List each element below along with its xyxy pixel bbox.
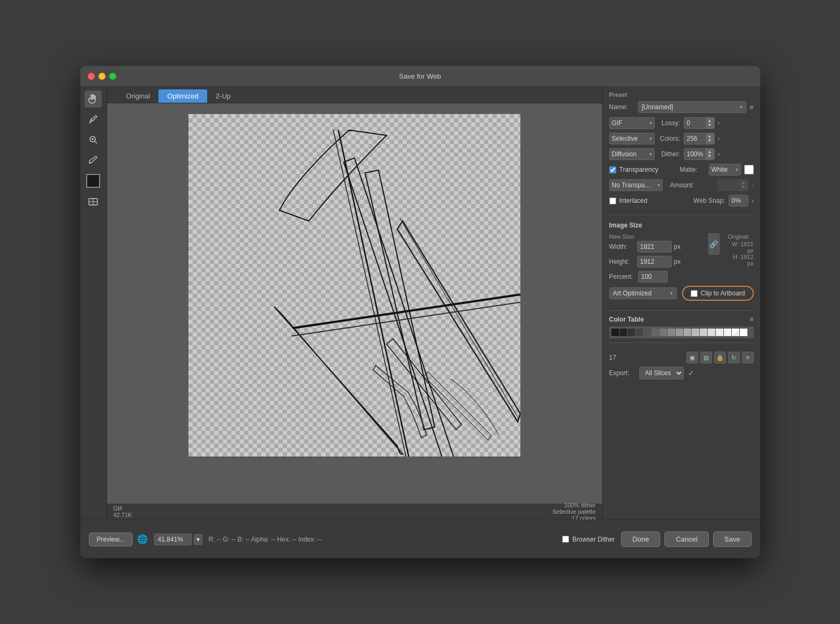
matte-color-swatch[interactable] xyxy=(744,165,754,174)
matte-label: Matte: xyxy=(680,166,706,173)
interlaced-checkbox[interactable] xyxy=(609,197,616,204)
preset-section-label: Preset xyxy=(609,92,754,98)
name-chevron[interactable]: ▾ xyxy=(740,105,743,110)
lossy-arrow[interactable]: › xyxy=(718,119,720,127)
export-btn-2[interactable]: ▤ xyxy=(700,352,712,363)
cancel-button[interactable]: Cancel xyxy=(664,531,708,547)
main-window: Save for Web xyxy=(80,66,760,558)
export-btn-1[interactable]: ▣ xyxy=(686,352,698,363)
swatch-17[interactable] xyxy=(740,329,747,336)
tab-original[interactable]: Original xyxy=(118,89,159,103)
original-h: H: 1912 px xyxy=(728,254,754,267)
swatch-9[interactable] xyxy=(676,329,683,336)
swatch-5[interactable] xyxy=(644,329,651,336)
swatch-1[interactable] xyxy=(611,329,619,336)
svg-line-10 xyxy=(400,218,519,419)
zoom-dropdown-arrow[interactable]: ▾ xyxy=(194,534,202,545)
canvas-scroll[interactable] xyxy=(107,103,602,504)
lossy-input[interactable] xyxy=(684,118,706,128)
dither-down[interactable]: ▼ xyxy=(708,154,712,158)
preview-button[interactable]: Preview... xyxy=(89,532,133,546)
swatch-10[interactable] xyxy=(684,329,691,336)
maximize-button[interactable] xyxy=(109,73,116,80)
export-btn-4[interactable]: ↻ xyxy=(728,352,740,363)
hand-tool[interactable] xyxy=(85,90,102,108)
swatch-16[interactable] xyxy=(732,329,739,336)
dither-arrow[interactable]: › xyxy=(718,150,720,158)
zoom-input[interactable] xyxy=(154,534,192,545)
swatch-7[interactable] xyxy=(660,329,667,336)
tab-optimized[interactable]: Optimized xyxy=(158,89,207,103)
export-btn-3[interactable]: 🔒 xyxy=(714,352,726,363)
zoom-tool[interactable] xyxy=(85,131,102,148)
clip-artboard-label: Clip to Artboard xyxy=(701,290,745,297)
lossy-field[interactable]: ▲ ▼ xyxy=(684,117,715,129)
browser-dither-checkbox[interactable] xyxy=(562,536,569,543)
web-snap-arrow[interactable]: › xyxy=(752,197,754,204)
web-snap-input[interactable] xyxy=(729,195,748,206)
color-table-menu[interactable]: ≡ xyxy=(750,315,754,323)
export-select[interactable]: All Slices xyxy=(639,367,684,379)
web-snap-field[interactable] xyxy=(729,195,748,207)
colors-down[interactable]: ▼ xyxy=(708,139,712,143)
colors-field[interactable]: ▲ ▼ xyxy=(684,133,715,144)
export-label: Export: xyxy=(609,369,635,377)
colors-info: 17 colors xyxy=(572,515,596,520)
no-transparency-select[interactable]: No Transpa... ▾ xyxy=(609,179,663,191)
amount-input xyxy=(718,180,739,191)
browser-dither-label: Browser Dither xyxy=(572,536,615,543)
swatch-14[interactable] xyxy=(716,329,723,336)
close-button[interactable] xyxy=(88,73,95,80)
matte-select[interactable]: White ▾ xyxy=(709,164,741,176)
name-input[interactable] xyxy=(642,103,738,111)
swatch-15[interactable] xyxy=(724,329,731,336)
eyedropper-tool[interactable] xyxy=(85,111,102,128)
colors-input[interactable] xyxy=(684,133,706,144)
swatch-2[interactable] xyxy=(619,329,627,336)
dither-input[interactable] xyxy=(684,149,706,159)
interlaced-label: Interlaced xyxy=(619,197,648,204)
swatch-12[interactable] xyxy=(700,329,707,336)
swatch-11[interactable] xyxy=(692,329,699,336)
link-proportions-icon[interactable]: 🔗 xyxy=(708,233,720,255)
swatch-6[interactable] xyxy=(652,329,659,336)
algorithm-select[interactable]: Art Optimized ▾ xyxy=(609,287,677,299)
clip-artboard-button[interactable]: Clip to Artboard xyxy=(682,286,754,301)
format-label: GIF xyxy=(113,505,123,512)
interlaced-checkbox-row: Interlaced xyxy=(609,197,648,204)
export-checkmark[interactable]: ✓ xyxy=(688,369,694,377)
percent-input[interactable] xyxy=(638,271,668,283)
swatch-4[interactable] xyxy=(635,329,643,336)
status-bar: GIF 42.71K 100% dither Selective palette… xyxy=(107,504,602,520)
right-panel: Preset Name: ▾ ≡ GIF ▾ Lossy: xyxy=(602,86,760,520)
name-label: Name: xyxy=(609,103,635,111)
lossy-down[interactable]: ▼ xyxy=(708,123,712,127)
swatch-13[interactable] xyxy=(708,329,715,336)
dither-field[interactable]: ▲ ▼ xyxy=(684,148,715,160)
image-map-tool[interactable] xyxy=(85,193,102,210)
done-button[interactable]: Done xyxy=(621,531,660,547)
height-input[interactable] xyxy=(637,256,672,268)
format-row: GIF ▾ Lossy: ▲ ▼ › xyxy=(609,117,754,129)
window-title: Save for Web xyxy=(399,72,441,80)
swatch-3[interactable] xyxy=(627,329,635,336)
palette-select[interactable]: Selective ▾ xyxy=(609,133,655,144)
export-btn-5[interactable]: ✕ xyxy=(742,352,754,363)
clip-artboard-checkbox[interactable] xyxy=(691,290,698,297)
amount-field: ▲ ▼ xyxy=(717,179,748,191)
globe-icon[interactable]: 🌐 xyxy=(137,534,148,544)
dither-method-select[interactable]: Diffusion ▾ xyxy=(609,148,655,160)
format-select[interactable]: GIF ▾ xyxy=(609,117,655,129)
colors-arrow[interactable]: › xyxy=(718,135,720,142)
preset-menu-icon[interactable]: ≡ xyxy=(750,103,754,111)
save-button[interactable]: Save xyxy=(713,531,752,547)
tab-two-up[interactable]: 2-Up xyxy=(207,89,239,103)
original-w: W: 1821 px xyxy=(728,241,754,254)
swatch-8[interactable] xyxy=(668,329,675,336)
height-label: Height: xyxy=(609,258,635,265)
transparency-checkbox[interactable] xyxy=(609,166,616,173)
width-input[interactable] xyxy=(637,241,672,253)
minimize-button[interactable] xyxy=(99,73,105,80)
foreground-color[interactable] xyxy=(86,174,100,188)
sample-tool[interactable] xyxy=(85,151,102,169)
